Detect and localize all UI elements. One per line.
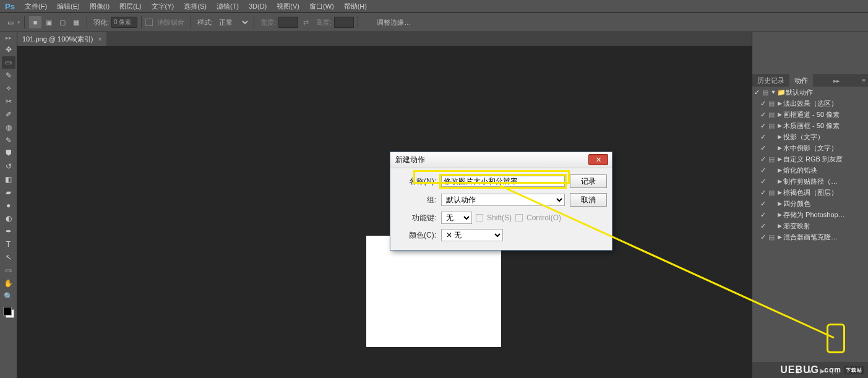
menu-help[interactable]: 帮助(H) (339, 2, 372, 11)
selection-new-icon[interactable]: ■ (29, 16, 41, 28)
stamp-tool-icon[interactable]: ⛊ (2, 147, 15, 160)
record-button[interactable]: 记录 (570, 174, 607, 188)
pen-tool-icon[interactable]: ✒ (2, 225, 15, 238)
check-icon[interactable]: ✓ (758, 144, 767, 152)
expand-icon[interactable]: ▶ (776, 156, 783, 162)
antialias-checkbox[interactable] (145, 19, 153, 26)
selection-add-icon[interactable]: ▣ (43, 16, 55, 28)
expand-icon[interactable]: ▶ (776, 234, 783, 240)
check-icon[interactable]: ✓ (758, 178, 767, 186)
action-set-row[interactable]: ✓ ▤ ▼ 📁 默认动作 (752, 87, 868, 98)
marquee-tool-icon[interactable]: ▭ (2, 56, 15, 69)
cancel-button[interactable]: 取消 (570, 193, 607, 207)
expand-icon[interactable]: ▶ (776, 122, 783, 129)
group-select[interactable]: 默认动作 (441, 194, 565, 206)
expand-icon[interactable]: ▶ (776, 134, 783, 140)
dialog-toggle-icon[interactable]: ▤ (767, 122, 776, 130)
dialog-toggle-icon[interactable]: ▤ (767, 133, 776, 141)
action-row[interactable]: ✓▤▶淡出效果（选区） (752, 98, 868, 109)
shape-tool-icon[interactable]: ▭ (2, 264, 15, 277)
check-icon[interactable]: ✓ (758, 111, 767, 119)
close-icon[interactable]: ✕ (588, 154, 608, 165)
path-tool-icon[interactable]: ↖ (2, 251, 15, 264)
expand-icon[interactable]: ▶ (776, 167, 783, 173)
dialog-toggle-icon[interactable]: ▤ (761, 88, 770, 97)
panel-expand-icon[interactable]: ▸▸ (831, 77, 842, 84)
move-tool-icon[interactable]: ✥ (2, 43, 15, 56)
dialog-toggle-icon[interactable]: ▤ (767, 222, 776, 230)
menu-image[interactable]: 图像(I) (85, 2, 114, 11)
expand-icon[interactable]: ▶ (776, 178, 783, 184)
expand-icon[interactable]: ▶ (776, 200, 783, 207)
expand-icon[interactable]: ▶ (776, 189, 783, 195)
expand-icon[interactable]: ▼ (770, 89, 777, 95)
action-row[interactable]: ✓▤▶四分颜色 (752, 198, 868, 209)
expand-icon[interactable]: ▶ (776, 223, 783, 229)
dialog-toggle-icon[interactable]: ▤ (767, 111, 776, 119)
menu-3d[interactable]: 3D(D) (244, 2, 272, 10)
action-row[interactable]: ✓▤▶棕褐色调（图层） (752, 187, 868, 198)
action-row[interactable]: ✓▤▶渐变映射 (752, 220, 868, 231)
action-row[interactable]: ✓▤▶木质画框 - 50 像素 (752, 120, 868, 131)
eyedropper-tool-icon[interactable]: ✐ (2, 108, 15, 121)
brush-tool-icon[interactable]: ✎ (2, 134, 15, 147)
style-dropdown[interactable]: 正常 (215, 18, 250, 27)
check-icon[interactable]: ✓ (758, 200, 767, 208)
menu-filter[interactable]: 滤镜(T) (212, 2, 244, 11)
check-icon[interactable]: ✓ (758, 233, 767, 241)
gradient-tool-icon[interactable]: ▰ (2, 186, 15, 199)
action-row[interactable]: ✓▤▶自定义 RGB 到灰度 (752, 153, 868, 165)
healing-tool-icon[interactable]: ◍ (2, 121, 15, 134)
canvas[interactable] (366, 236, 501, 347)
expand-icon[interactable]: ▶ (776, 212, 783, 218)
panel-menu-icon[interactable]: ≡ (859, 77, 868, 84)
type-tool-icon[interactable]: T (2, 238, 15, 251)
check-icon[interactable]: ✓ (752, 88, 761, 97)
dialog-toggle-icon[interactable]: ▤ (767, 211, 776, 219)
action-row[interactable]: ✓▤▶熔化的铅块 (752, 165, 868, 176)
menu-select[interactable]: 选择(S) (179, 2, 212, 11)
check-icon[interactable]: ✓ (758, 222, 767, 230)
zoom-tool-icon[interactable]: 🔍 (2, 290, 15, 303)
action-row[interactable]: ✓▤▶画框通道 - 50 像素 (752, 109, 868, 120)
name-input[interactable] (441, 176, 565, 187)
selection-intersect-icon[interactable]: ▦ (70, 16, 82, 28)
blur-tool-icon[interactable]: ● (2, 199, 15, 212)
selection-subtract-icon[interactable]: ▢ (56, 16, 69, 28)
dialog-toggle-icon[interactable]: ▤ (767, 200, 776, 208)
action-row[interactable]: ✓▤▶存储为 Photoshop… (752, 209, 868, 220)
swap-wh-icon[interactable]: ⇄ (303, 19, 309, 27)
check-icon[interactable]: ✓ (758, 133, 767, 141)
check-icon[interactable]: ✓ (758, 211, 767, 219)
dialog-toggle-icon[interactable]: ▤ (767, 189, 776, 197)
close-tab-icon[interactable]: × (98, 36, 102, 43)
color-swatch[interactable] (3, 307, 14, 318)
expand-icon[interactable]: ▶ (776, 100, 783, 106)
check-icon[interactable]: ✓ (758, 122, 767, 130)
check-icon[interactable]: ✓ (758, 100, 767, 108)
dodge-tool-icon[interactable]: ◐ (2, 212, 15, 225)
check-icon[interactable]: ✓ (758, 189, 767, 197)
dialog-toggle-icon[interactable]: ▤ (767, 166, 776, 174)
document-tab[interactable]: 101.png @ 100%(索引) × (17, 32, 106, 46)
menu-edit[interactable]: 编辑(E) (52, 2, 85, 11)
color-select[interactable]: ✕ 无 (441, 229, 503, 241)
action-row[interactable]: ✓▤▶混合器画笔克隆… (752, 231, 868, 243)
dialog-toggle-icon[interactable]: ▤ (767, 233, 776, 241)
action-row[interactable]: ✓▤▶投影（文字） (752, 131, 868, 142)
fg-color[interactable] (3, 307, 12, 316)
menu-type[interactable]: 文字(Y) (147, 2, 179, 11)
menu-file[interactable]: 文件(F) (20, 2, 52, 11)
lasso-tool-icon[interactable]: ✎ (2, 69, 15, 82)
marquee-tool-icon[interactable]: ▭ (4, 16, 17, 28)
fkey-select[interactable]: 无 (441, 212, 472, 224)
toolbox-collapse-icon[interactable]: ▸▸ (6, 35, 12, 43)
wand-tool-icon[interactable]: ✧ (2, 82, 15, 95)
expand-icon[interactable]: ▶ (776, 111, 783, 118)
history-brush-icon[interactable]: ↺ (2, 160, 15, 173)
check-icon[interactable]: ✓ (758, 155, 767, 163)
action-row[interactable]: ✓▤▶制作剪贴路径（… (752, 176, 868, 187)
hand-tool-icon[interactable]: ✋ (2, 277, 15, 290)
crop-tool-icon[interactable]: ✂ (2, 95, 15, 108)
tab-actions[interactable]: 动作 (789, 74, 813, 87)
